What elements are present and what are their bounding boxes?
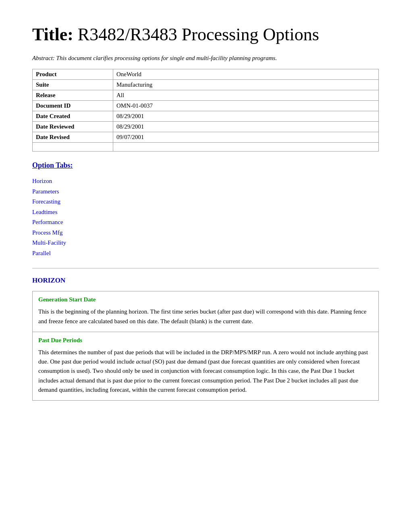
content-box: Past Due Periods This determines the num… xyxy=(32,332,379,401)
content-box-title: Past Due Periods xyxy=(38,337,373,344)
tab-link[interactable]: Process Mfg xyxy=(32,228,379,238)
meta-value xyxy=(113,143,379,152)
meta-label: Suite xyxy=(33,80,113,90)
content-box-text: This determines the number of past due p… xyxy=(38,348,373,395)
content-box-text: This is the beginning of the planning ho… xyxy=(38,307,373,326)
meta-label: Release xyxy=(33,90,113,101)
meta-value: All xyxy=(113,90,379,101)
meta-label: Date Revised xyxy=(33,132,113,143)
tab-link[interactable]: Horizon xyxy=(32,176,379,187)
tab-link[interactable]: Parameters xyxy=(32,187,379,197)
section-divider xyxy=(32,268,379,268)
meta-label: Date Reviewed xyxy=(33,122,113,132)
meta-value: OMN-01-0037 xyxy=(113,101,379,111)
table-row: Date Created08/29/2001 xyxy=(33,111,379,122)
tab-link[interactable]: Forecasting xyxy=(32,197,379,207)
meta-value: 09/07/2001 xyxy=(113,132,379,143)
table-row: ProductOneWorld xyxy=(33,69,379,80)
meta-table: ProductOneWorldSuiteManufacturingRelease… xyxy=(32,69,379,152)
table-row: ReleaseAll xyxy=(33,90,379,101)
table-row: SuiteManufacturing xyxy=(33,80,379,90)
content-box: Generation Start DateThis is the beginni… xyxy=(32,291,379,332)
meta-value: Manufacturing xyxy=(113,80,379,90)
meta-value: OneWorld xyxy=(113,69,379,80)
meta-label: Product xyxy=(33,69,113,80)
tab-link[interactable]: Multi-Facility xyxy=(32,238,379,248)
meta-label: Date Created xyxy=(33,111,113,122)
meta-label: Document ID xyxy=(33,101,113,111)
tab-links-container: HorizonParametersForecastingLeadtimesPer… xyxy=(32,176,379,258)
table-row: Date Reviewed08/29/2001 xyxy=(33,122,379,132)
content-boxes: Generation Start DateThis is the beginni… xyxy=(32,291,379,401)
horizon-section-heading: HORIZON xyxy=(32,276,379,285)
tab-link[interactable]: Performance xyxy=(32,217,379,228)
table-row: Document IDOMN-01-0037 xyxy=(33,101,379,111)
meta-label xyxy=(33,143,113,152)
tab-link[interactable]: Parallel xyxy=(32,248,379,259)
page-title-bold-part: Title: xyxy=(32,25,73,44)
abstract-text: Abstract: This document clarifies proces… xyxy=(32,54,379,63)
page-title: Title: R3482/R3483 Processing Options xyxy=(32,24,379,46)
meta-value: 08/29/2001 xyxy=(113,111,379,122)
option-tabs-heading[interactable]: Option Tabs: xyxy=(32,161,379,170)
table-row xyxy=(33,143,379,152)
meta-value: 08/29/2001 xyxy=(113,122,379,132)
table-row: Date Revised09/07/2001 xyxy=(33,132,379,143)
content-box-title: Generation Start Date xyxy=(38,296,373,303)
page-title-rest: R3482/R3483 Processing Options xyxy=(73,25,319,44)
tab-link[interactable]: Leadtimes xyxy=(32,207,379,218)
